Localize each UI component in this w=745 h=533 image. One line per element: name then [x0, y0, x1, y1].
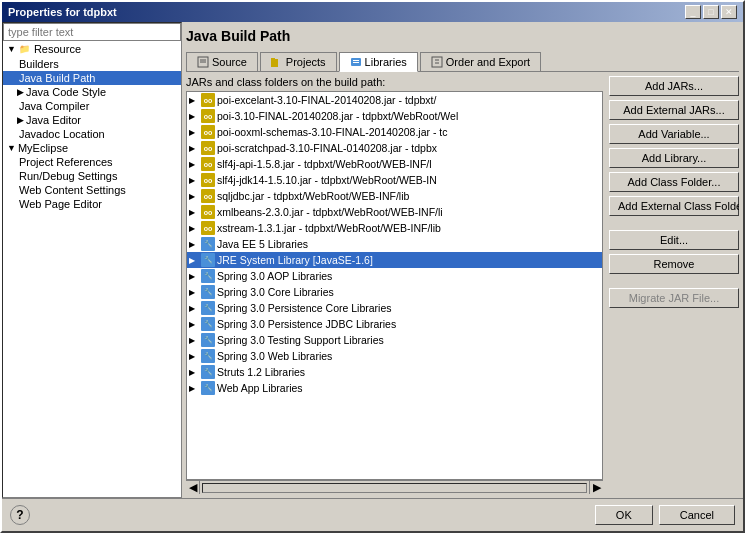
expand-icon: ▶ — [189, 352, 199, 361]
add-jars-button[interactable]: Add JARs... — [609, 76, 739, 96]
list-item[interactable]: ▶ 🔧 Spring 3.0 AOP Libraries — [187, 268, 602, 284]
list-item[interactable]: ▶ oo xstream-1.3.1.jar - tdpbxt/WebRoot/… — [187, 220, 602, 236]
list-item[interactable]: ▶ 🔧 Spring 3.0 Web Libraries — [187, 348, 602, 364]
minimize-button[interactable]: _ — [685, 5, 701, 19]
list-item[interactable]: ▶ oo poi-3.10-FINAL-20140208.jar - tdpbx… — [187, 108, 602, 124]
item-label: xmlbeans-2.3.0.jar - tdpbxt/WebRoot/WEB-… — [217, 206, 443, 218]
sidebar-item-java-code-style[interactable]: ▶ Java Code Style — [3, 85, 181, 99]
item-label: Spring 3.0 Core Libraries — [217, 286, 334, 298]
item-label: JRE System Library [JavaSE-1.6] — [217, 254, 373, 266]
sidebar-item-web-content[interactable]: Web Content Settings — [3, 183, 181, 197]
expand-icon: ▶ — [17, 87, 24, 97]
expand-icon: ▶ — [17, 115, 24, 125]
expand-icon: ▶ — [189, 176, 199, 185]
list-item[interactable]: ▶ 🔧 Web App Libraries — [187, 380, 602, 396]
expand-icon: ▶ — [189, 320, 199, 329]
list-item[interactable]: ▶ 🔧 Spring 3.0 Testing Support Libraries — [187, 332, 602, 348]
sidebar-item-java-editor[interactable]: ▶ Java Editor — [3, 113, 181, 127]
list-item[interactable]: ▶ 🔧 Struts 1.2 Libraries — [187, 364, 602, 380]
item-label: Spring 3.0 Web Libraries — [217, 350, 332, 362]
sidebar-item-label: Java Build Path — [19, 72, 95, 84]
ok-button[interactable]: OK — [595, 505, 653, 525]
list-item[interactable]: ▶ oo sqljdbc.jar - tdpbxt/WebRoot/WEB-IN… — [187, 188, 602, 204]
close-button[interactable]: ✕ — [721, 5, 737, 19]
jar-icon: oo — [201, 221, 215, 235]
jar-icon: oo — [201, 189, 215, 203]
remove-button[interactable]: Remove — [609, 254, 739, 274]
maximize-button[interactable]: □ — [703, 5, 719, 19]
main-window: Properties for tdpbxt _ □ ✕ ▼ 📁 Resource… — [0, 0, 745, 533]
expand-icon: ▶ — [189, 224, 199, 233]
sidebar-item-label: Run/Debug Settings — [19, 170, 117, 182]
expand-icon: ▼ — [7, 143, 16, 153]
jar-icon: oo — [201, 173, 215, 187]
list-item[interactable]: ▶ oo slf4j-jdk14-1.5.10.jar - tdpbxt/Web… — [187, 172, 602, 188]
lib-icon: 🔧 — [201, 253, 215, 267]
right-panel: Java Build Path Source Projects — [182, 22, 743, 498]
sidebar-item-label: Project References — [19, 156, 113, 168]
list-item[interactable]: ▶ oo xmlbeans-2.3.0.jar - tdpbxt/WebRoot… — [187, 204, 602, 220]
lib-icon: 🔧 — [201, 237, 215, 251]
cancel-button[interactable]: Cancel — [659, 505, 735, 525]
expand-icon: ▶ — [189, 336, 199, 345]
tabs-container: Source Projects Libraries — [186, 52, 739, 72]
list-item[interactable]: ▶ 🔧 Spring 3.0 Persistence JDBC Librarie… — [187, 316, 602, 332]
sidebar-item-label: Builders — [19, 58, 59, 70]
sidebar-item-label: Javadoc Location — [19, 128, 105, 140]
scroll-track[interactable] — [202, 483, 587, 493]
expand-icon: ▶ — [189, 96, 199, 105]
add-library-button[interactable]: Add Library... — [609, 148, 739, 168]
order-icon — [431, 56, 443, 68]
list-item[interactable]: ▶ 🔧 Spring 3.0 Core Libraries — [187, 284, 602, 300]
expand-icon: ▶ — [189, 192, 199, 201]
item-label: slf4j-api-1.5.8.jar - tdpbxt/WebRoot/WEB… — [217, 158, 432, 170]
sidebar-item-label: Web Page Editor — [19, 198, 102, 210]
item-label: slf4j-jdk14-1.5.10.jar - tdpbxt/WebRoot/… — [217, 174, 437, 186]
libraries-icon — [350, 56, 362, 68]
add-external-class-folder-button[interactable]: Add External Class Folder... — [609, 196, 739, 216]
sidebar-item-java-compiler[interactable]: Java Compiler — [3, 99, 181, 113]
list-area: JARs and class folders on the build path… — [186, 76, 603, 494]
add-class-folder-button[interactable]: Add Class Folder... — [609, 172, 739, 192]
projects-icon — [271, 56, 283, 68]
svg-rect-4 — [271, 58, 275, 60]
tab-source[interactable]: Source — [186, 52, 258, 71]
tab-projects-label: Projects — [286, 56, 326, 68]
tab-libraries[interactable]: Libraries — [339, 52, 418, 72]
filter-input[interactable] — [3, 23, 181, 41]
list-container[interactable]: ▶ oo poi-excelant-3.10-FINAL-20140208.ja… — [186, 91, 603, 480]
sidebar-item-project-references[interactable]: Project References — [3, 155, 181, 169]
list-item[interactable]: ▶ oo poi-excelant-3.10-FINAL-20140208.ja… — [187, 92, 602, 108]
horizontal-scrollbar[interactable]: ◀ ▶ — [186, 480, 603, 494]
sidebar-item-myeclipse[interactable]: ▼ MyEclipse — [3, 141, 181, 155]
edit-button[interactable]: Edit... — [609, 230, 739, 250]
sidebar-item-javadoc[interactable]: Javadoc Location — [3, 127, 181, 141]
sidebar-item-builders[interactable]: Builders — [3, 57, 181, 71]
add-variable-button[interactable]: Add Variable... — [609, 124, 739, 144]
expand-icon: ▶ — [189, 288, 199, 297]
list-item-jre[interactable]: ▶ 🔧 JRE System Library [JavaSE-1.6] — [187, 252, 602, 268]
sidebar-item-resource[interactable]: ▼ 📁 Resource — [3, 41, 181, 57]
migrate-jar-button[interactable]: Migrate JAR File... — [609, 288, 739, 308]
list-item[interactable]: ▶ 🔧 Spring 3.0 Persistence Core Librarie… — [187, 300, 602, 316]
tab-order-export[interactable]: Order and Export — [420, 52, 541, 71]
sidebar-item-label: Java Compiler — [19, 100, 89, 112]
sidebar-item-java-build-path[interactable]: Java Build Path — [3, 71, 181, 85]
sidebar-item-run-debug[interactable]: Run/Debug Settings — [3, 169, 181, 183]
expand-icon: ▶ — [189, 256, 199, 265]
item-label: poi-3.10-FINAL-20140208.jar - tdpbxt/Web… — [217, 110, 458, 122]
help-button[interactable]: ? — [10, 505, 30, 525]
item-label: Spring 3.0 Persistence JDBC Libraries — [217, 318, 396, 330]
title-bar-buttons: _ □ ✕ — [685, 5, 737, 19]
list-item[interactable]: ▶ 🔧 Java EE 5 Libraries — [187, 236, 602, 252]
add-external-jars-button[interactable]: Add External JARs... — [609, 100, 739, 120]
sidebar-item-label: Web Content Settings — [19, 184, 126, 196]
list-item[interactable]: ▶ oo slf4j-api-1.5.8.jar - tdpbxt/WebRoo… — [187, 156, 602, 172]
window-title: Properties for tdpbxt — [8, 6, 117, 18]
sidebar-item-label: Resource — [34, 43, 81, 55]
list-item[interactable]: ▶ oo poi-scratchpad-3.10-FINAL-0140208.j… — [187, 140, 602, 156]
content-area: JARs and class folders on the build path… — [186, 76, 739, 494]
sidebar-item-web-page-editor[interactable]: Web Page Editor — [3, 197, 181, 211]
tab-projects[interactable]: Projects — [260, 52, 337, 71]
list-item[interactable]: ▶ oo poi-ooxml-schemas-3.10-FINAL-201402… — [187, 124, 602, 140]
